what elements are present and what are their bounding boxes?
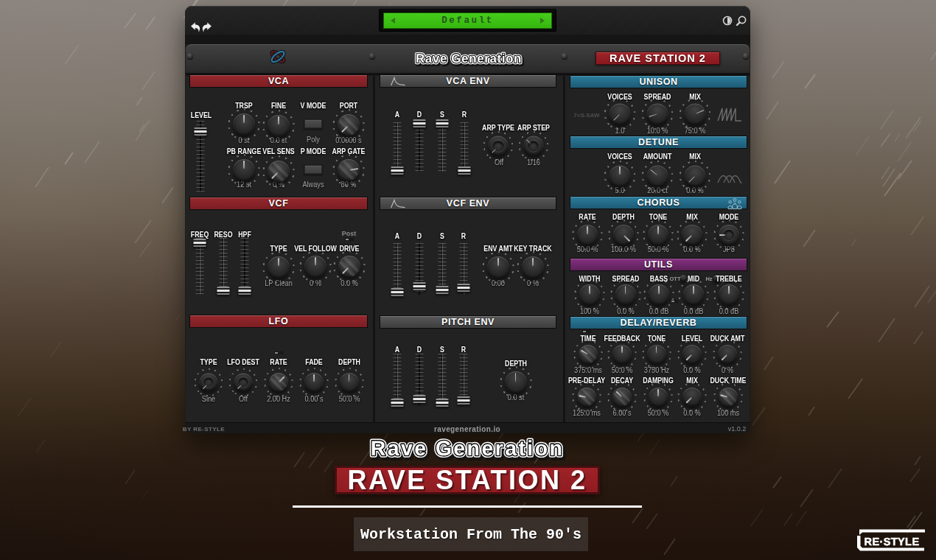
svg-text:RE·STYLE: RE·STYLE [865,536,920,548]
svg-text:Rave Generation: Rave Generation [371,437,565,461]
svg-text:Rave Generation: Rave Generation [416,52,522,66]
